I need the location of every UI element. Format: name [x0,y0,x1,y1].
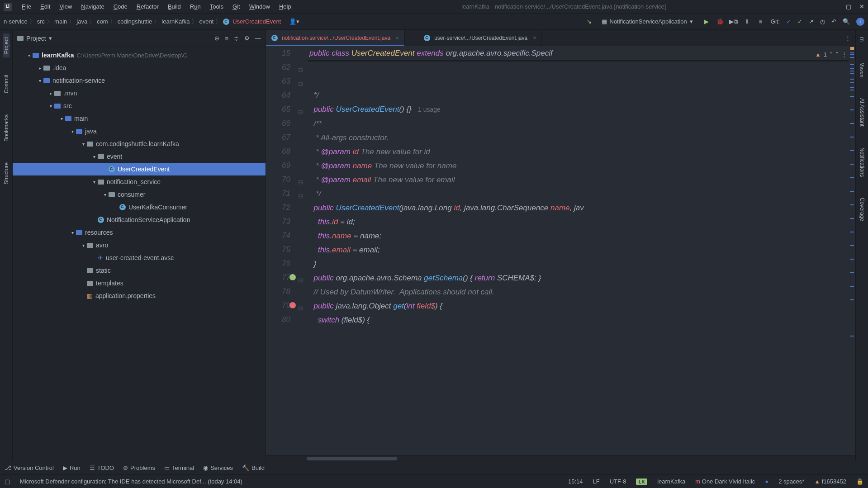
settings-icon[interactable]: ↑ [856,18,864,26]
menu-code[interactable]: Code [109,1,132,12]
hammer-icon[interactable]: ↘ [587,18,592,25]
tool-version-control[interactable]: ⎇Version Control [5,464,54,471]
menu-file[interactable]: File [17,1,36,12]
search-icon[interactable]: 🔍 [843,18,850,25]
processes-icon[interactable]: ● [765,478,768,485]
profile-button[interactable]: ⏸ [744,18,751,25]
tool-coverage[interactable]: Coverage [859,194,865,225]
project-tree[interactable]: ▾learnKafkaC:\Users\Prem Mane\OneDrive\D… [13,47,266,461]
warning-icon[interactable]: ▲ [815,47,821,62]
locate-icon[interactable]: ⊕ [214,35,219,42]
tree-node[interactable]: ▾main [13,112,266,125]
editor-tab[interactable]: notification-service\...\UserCreatedEven… [266,30,405,46]
run-config-selector[interactable]: ▦ NotificationServiceApplication ▾ [598,17,697,26]
tool-bookmarks[interactable]: Bookmarks [3,111,9,145]
lock-icon[interactable]: 🔒 [856,478,863,485]
cursor-position[interactable]: 15:14 [568,478,583,485]
user-icon[interactable]: 👤▾ [289,18,299,25]
breadcrumb-item[interactable]: event [199,18,213,25]
tool-todo[interactable]: ☰TODO [90,464,114,471]
prev-highlight-icon[interactable]: ˄ [830,47,833,62]
theme-indicator[interactable]: m One Dark Vivid Italic [695,478,755,485]
tool-commit[interactable]: Commit [3,71,9,97]
stop-button[interactable]: ■ [757,18,764,25]
run-button[interactable]: ▶ [703,18,710,25]
git-push-icon[interactable]: ↗ [809,18,814,25]
menu-help[interactable]: Help [275,1,296,12]
tree-node[interactable]: ▾com.codingshuttle.learnKafka [13,137,266,150]
file-encoding[interactable]: UTF-8 [610,478,626,485]
close-tab-icon[interactable]: × [396,35,399,41]
coverage-run-button[interactable]: ▶⧉ [730,18,737,25]
breadcrumb-current[interactable]: UserCreatedEvent [232,18,281,25]
tree-node[interactable]: ▸.idea [13,62,266,74]
tree-node[interactable]: ▸.mvn [13,87,266,99]
breadcrumb-item[interactable]: java [76,18,87,25]
tool-ai-assistant[interactable]: AI Assistant [859,95,865,130]
tree-node[interactable]: NotificationServiceApplication [13,213,266,226]
expand-all-icon[interactable]: ≡ [225,35,228,42]
tree-node[interactable]: templates [13,277,266,289]
code-content[interactable]: ▲ 1 ˄ ˅ ⋮ public class UserCreatedEvent … [308,46,849,455]
tree-node[interactable]: static [13,264,266,277]
tab-more-icon[interactable]: ⋮ [845,34,851,41]
error-stripe[interactable] [849,46,855,455]
debug-button[interactable]: 🐞 [716,18,724,25]
tree-node[interactable]: ▾src [13,99,266,112]
tree-root[interactable]: ▾learnKafkaC:\Users\Prem Mane\OneDrive\D… [13,49,266,62]
menu-window[interactable]: Window [245,1,275,12]
tool-build[interactable]: 🔨Build [242,464,265,471]
menu-edit[interactable]: Edit [36,1,55,12]
menu-navigate[interactable]: Navigate [76,1,109,12]
chevron-down-icon[interactable]: ▾ [49,35,52,42]
git-commit-icon[interactable]: ✓ [797,18,802,25]
inspection-menu-icon[interactable]: ⋮ [841,47,847,62]
breadcrumb-item[interactable]: learnKafka [161,18,190,25]
tool-window-toggle-icon[interactable]: ▢ [5,478,10,485]
next-highlight-icon[interactable]: ˅ [835,47,839,62]
tree-node[interactable]: ▾notification_service [13,175,266,188]
tool-structure[interactable]: Structure [3,159,9,188]
tree-node[interactable]: ▦application.properties [13,289,266,302]
tool-project[interactable]: Project [3,33,9,57]
collapse-all-icon[interactable]: ≑ [234,35,239,42]
menu-view[interactable]: View [55,1,76,12]
tree-node[interactable]: ▾event [13,150,266,163]
close-tab-icon[interactable]: × [533,35,536,41]
tool-services[interactable]: ◉Services [203,464,233,471]
tree-node[interactable]: ▾notification-service [13,74,266,87]
breadcrumb-item[interactable]: com [97,18,108,25]
breadcrumb-item[interactable]: codingshuttle [118,18,152,25]
close-button[interactable]: ✕ [859,3,864,10]
menu-tools[interactable]: Tools [205,1,228,12]
menu-build[interactable]: Build [163,1,185,12]
horizontal-scrollbar[interactable] [266,455,855,461]
breadcrumb-item[interactable]: src [37,18,45,25]
code-editor[interactable]: 1562636465666768697071727374757677787980… [266,46,855,455]
panel-settings-icon[interactable]: ⚙ [244,35,250,42]
tool-terminal[interactable]: ▭Terminal [164,464,194,471]
tool-notifications[interactable]: Notifications [859,144,865,180]
hide-panel-icon[interactable]: — [255,35,261,42]
menu-git[interactable]: Git [228,1,245,12]
tree-node[interactable]: UserKafkaConsumer [13,201,266,213]
tree-node[interactable]: ▾resources [13,226,266,239]
tool-maven[interactable]: m [859,33,865,45]
rollback-icon[interactable]: ↶ [831,18,836,25]
minimize-button[interactable]: ― [832,3,838,10]
breadcrumb-item[interactable]: main [54,18,67,25]
maximize-button[interactable]: ▢ [846,3,851,10]
tree-node[interactable]: ▾consumer [13,188,266,201]
tree-node[interactable]: ▾avro [13,239,266,251]
project-name[interactable]: learnKafka [657,478,685,485]
menu-run[interactable]: Run [185,1,205,12]
tree-node[interactable]: UserCreatedEvent [13,163,266,175]
editor-tab[interactable]: user-service\...\UserCreatedEvent.java × [418,30,542,46]
tree-node[interactable]: ▾java [13,125,266,137]
git-update-icon[interactable]: ✓ [786,18,791,25]
tool-maven-label[interactable]: Maven [859,59,865,81]
line-separator[interactable]: LF [593,478,599,485]
tool-problems[interactable]: ⊘Problems [123,464,155,471]
git-revision[interactable]: ▲ f1653452 [814,478,846,485]
tree-node[interactable]: ✈user-created-event.avsc [13,251,266,264]
